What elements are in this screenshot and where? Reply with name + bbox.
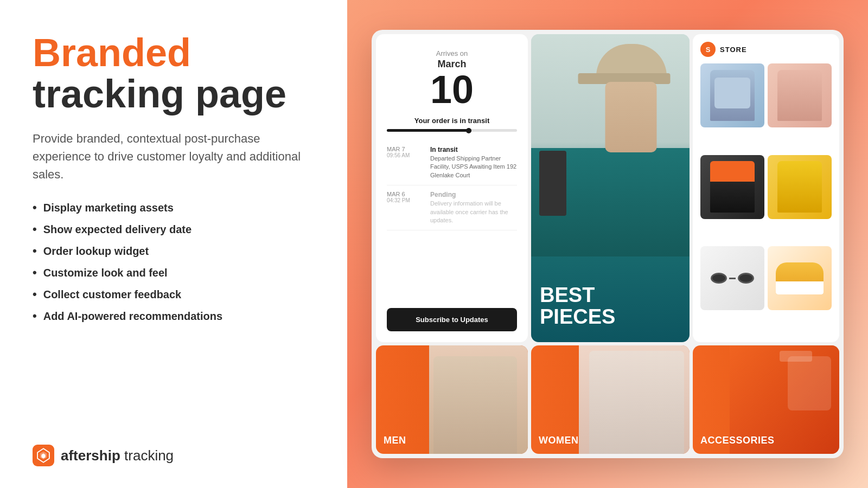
event-status-1: In transit [430, 146, 517, 153]
event-desc-1: Departed Shipping Partner Facility, USPS… [430, 155, 517, 179]
store-panel: S STORE [693, 34, 839, 342]
progress-bar-fill [387, 129, 471, 132]
logo-text: aftership tracking [61, 447, 174, 464]
event-time-1: 09:56 AM [387, 152, 425, 158]
men-model-figure [433, 356, 517, 454]
bottom-women-panel: WOMEN [531, 345, 690, 454]
title-branded: Branded [33, 33, 315, 74]
left-content: Branded tracking page Provide branded, c… [33, 33, 315, 331]
feature-item: Display marketing assets [33, 201, 315, 215]
logo-brand: aftership [61, 447, 120, 464]
tracking-event-1: MAR 7 09:56 AM In transit Departed Shipp… [387, 140, 517, 185]
event-details-1: In transit Departed Shipping Partner Fac… [430, 146, 517, 179]
event-date-top-1: MAR 7 [387, 146, 425, 152]
model-face [605, 82, 657, 152]
accessories-label: ACCESSORIES [700, 435, 775, 446]
women-model-figure [589, 351, 684, 454]
hero-title: Branded tracking page [33, 33, 315, 114]
event-desc-2: Delivery information will be available o… [430, 200, 517, 224]
description-text: Provide branded, contextual post-purchas… [33, 130, 315, 183]
left-panel: Branded tracking page Provide branded, c… [0, 0, 347, 488]
tracking-panel: Arrives on March 10 Your order is in tra… [376, 34, 528, 342]
bottom-accessories-panel: ACCESSORIES [693, 345, 839, 454]
event-date-2: MAR 6 04:32 PM [387, 191, 425, 224]
product-card-yellow-jacket [768, 155, 832, 219]
subscribe-button[interactable]: Subscribe to Updates [387, 308, 517, 331]
best-pieces-text: BESTPIECES [540, 285, 615, 328]
title-tracking: tracking page [33, 74, 315, 115]
bottom-men-panel: MEN [376, 345, 528, 454]
product-card-sunglasses [700, 246, 764, 310]
logo-area: aftership tracking [33, 445, 315, 466]
event-date-top-2: MAR 6 [387, 191, 425, 197]
product-card-blue-jacket [700, 63, 764, 127]
hero-panel: BESTPIECES [531, 34, 690, 342]
product-card-black-jacket [700, 155, 764, 219]
product-card-pink-jacket [768, 63, 832, 127]
browser-card: Arrives on March 10 Your order is in tra… [372, 30, 844, 458]
women-label: WOMEN [539, 435, 579, 446]
event-details-2: Pending Delivery information will be ava… [430, 191, 517, 224]
acc-handle [780, 351, 812, 362]
aftership-logo-icon [33, 445, 54, 466]
men-label: MEN [384, 435, 406, 446]
tracking-events: MAR 7 09:56 AM In transit Departed Shipp… [387, 140, 517, 300]
event-status-2: Pending [430, 191, 517, 198]
right-panel: Arrives on March 10 Your order is in tra… [347, 0, 868, 488]
event-date-1: MAR 7 09:56 AM [387, 146, 425, 179]
product-grid [700, 63, 832, 335]
feature-item: Collect customer feedback [33, 287, 315, 301]
feature-item: Customize look and feel [33, 266, 315, 280]
feature-item: Add AI-powered recommendations [33, 309, 315, 323]
progress-dot [466, 128, 471, 133]
arrives-day: 10 [387, 70, 517, 109]
store-label: STORE [720, 46, 747, 54]
feature-item: Order lookup widget [33, 244, 315, 258]
arrives-label: Arrives on [387, 49, 517, 57]
acc-item [788, 356, 831, 410]
store-header: S STORE [700, 42, 832, 57]
in-transit-label: Your order is in transit [387, 117, 517, 125]
feature-item: Show expected delivery date [33, 222, 315, 236]
features-list: Display marketing assets Show expected d… [33, 201, 315, 323]
event-time-2: 04:32 PM [387, 197, 425, 203]
progress-bar [387, 129, 517, 132]
product-card-sneakers [768, 246, 832, 310]
tracking-event-2: MAR 6 04:32 PM Pending Delivery informat… [387, 185, 517, 230]
logo-suffix: tracking [120, 447, 174, 464]
jacket-button-strip [539, 151, 566, 216]
store-icon: S [700, 42, 716, 57]
